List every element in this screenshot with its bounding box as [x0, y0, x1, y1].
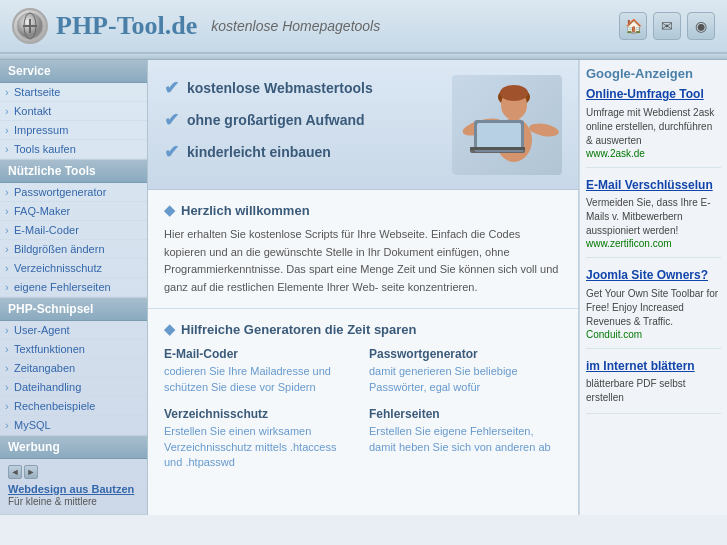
hero-item-text-2: ohne großartigen Aufwand: [187, 112, 365, 128]
checkmark-icon-1: ✔: [164, 77, 179, 99]
sidebar-section-werbung: Werbung ◄ ► Webdesign aus Bautzen Für kl…: [0, 436, 147, 515]
header: PHP-Tool.de kostenlose Homepagetools 🏠 ✉…: [0, 0, 727, 54]
ad-desc-2: Get Your Own Site Toolbar for Free! Enjo…: [586, 287, 721, 329]
sidebar-ad: ◄ ► Webdesign aus Bautzen Für kleine & m…: [0, 459, 147, 514]
arrow-right-btn[interactable]: ►: [24, 465, 38, 479]
generator-fehlerseiten: Fehlerseiten Erstellen Sie eigene Fehler…: [369, 407, 562, 470]
sidebar-ad-link[interactable]: Webdesign aus Bautzen: [8, 483, 139, 495]
sidebar-link-startseite[interactable]: Startseite: [0, 83, 147, 102]
generators-grid: E-Mail-Coder codieren Sie Ihre Mailadres…: [164, 347, 562, 470]
ad-url-0: www.2ask.de: [586, 148, 721, 159]
hero-section: ✔ kostenlose Webmastertools ✔ ohne großa…: [148, 60, 578, 190]
ad-desc-0: Umfrage mit Webdienst 2ask online erstel…: [586, 106, 721, 148]
ad-item-2: Joomla Site Owners? Get Your Own Site To…: [586, 268, 721, 349]
generator-desc-email-coder: codieren Sie Ihre Mailadresse und schütz…: [164, 364, 357, 395]
generator-title-verzeichnisschutz: Verzeichnisschutz: [164, 407, 357, 421]
sidebar: Service Startseite Kontakt Impressum Too…: [0, 60, 148, 515]
ad-url-2: Conduit.com: [586, 329, 721, 340]
sidebar-title-nuetzliche-tools: Nützliche Tools: [0, 160, 147, 183]
hero-item-3: ✔ kinderleicht einbauen: [164, 141, 436, 163]
sidebar-link-bildgroessen[interactable]: Bildgrößen ändern: [0, 240, 147, 259]
arrow-left-btn[interactable]: ◄: [8, 465, 22, 479]
welcome-text: Hier erhalten Sie kostenlose Scripts für…: [164, 226, 562, 296]
generator-desc-passwortgenerator: damit generieren Sie beliebige Passwörte…: [369, 364, 562, 395]
logo-text: PHP-Tool.de: [56, 11, 197, 41]
generator-desc-fehlerseiten: Erstellen Sie eigene Fehlerseiten, damit…: [369, 424, 562, 455]
sidebar-link-faq-maker[interactable]: FAQ-Maker: [0, 202, 147, 221]
hero-item-text-1: kostenlose Webmastertools: [187, 80, 373, 96]
checkmark-icon-2: ✔: [164, 109, 179, 131]
header-icons: 🏠 ✉ ◉: [619, 12, 715, 40]
diamond-icon: ◆: [164, 202, 175, 218]
sidebar-link-dateihandling[interactable]: Dateihandling: [0, 378, 147, 397]
sidebar-link-rechenbeispiele[interactable]: Rechenbeispiele: [0, 397, 147, 416]
sidebar-section-php-schnipsel: PHP-Schnipsel User-Agent Textfunktionen …: [0, 298, 147, 436]
sidebar-link-passwortgenerator[interactable]: Passwortgenerator: [0, 183, 147, 202]
ad-desc-3: blätterbare PDF selbst erstellen: [586, 377, 721, 405]
svg-point-7: [500, 85, 528, 101]
sidebar-link-user-agent[interactable]: User-Agent: [0, 321, 147, 340]
sidebar-ad-desc: Für kleine & mittlere: [8, 495, 139, 508]
generator-title-fehlerseiten: Fehlerseiten: [369, 407, 562, 421]
ad-item-3: im Internet blättern blätterbare PDF sel…: [586, 359, 721, 415]
google-ads-title: Google-Anzeigen: [586, 66, 721, 81]
diamond-icon-2: ◆: [164, 321, 175, 337]
sidebar-title-service: Service: [0, 60, 147, 83]
ad-title-3[interactable]: im Internet blättern: [586, 359, 721, 375]
ad-item-1: E-Mail Verschlüsselun Vermeiden Sie, das…: [586, 178, 721, 259]
sidebar-section-service: Service Startseite Kontakt Impressum Too…: [0, 60, 147, 160]
welcome-title: ◆ Herzlich willkommen: [164, 202, 562, 218]
ad-url-1: www.zertificon.com: [586, 238, 721, 249]
main-layout: Service Startseite Kontakt Impressum Too…: [0, 60, 727, 515]
generator-passwortgenerator: Passwortgenerator damit generieren Sie b…: [369, 347, 562, 395]
hero-text: ✔ kostenlose Webmastertools ✔ ohne großa…: [164, 77, 436, 173]
sidebar-link-email-coder[interactable]: E-Mail-Coder: [0, 221, 147, 240]
home-icon-btn[interactable]: 🏠: [619, 12, 647, 40]
generator-title-passwortgenerator: Passwortgenerator: [369, 347, 562, 361]
ad-item-0: Online-Umfrage Tool Umfrage mit Webdiens…: [586, 87, 721, 168]
ad-title-0[interactable]: Online-Umfrage Tool: [586, 87, 721, 103]
generators-section: ◆ Hilfreiche Generatoren die Zeit sparen…: [148, 309, 578, 482]
ad-title-2[interactable]: Joomla Site Owners?: [586, 268, 721, 284]
sidebar-link-textfunktionen[interactable]: Textfunktionen: [0, 340, 147, 359]
ad-title-1[interactable]: E-Mail Verschlüsselun: [586, 178, 721, 194]
tagline: kostenlose Homepagetools: [211, 18, 380, 34]
sidebar-link-verzeichnisschutz[interactable]: Verzeichnisschutz: [0, 259, 147, 278]
svg-rect-14: [470, 147, 525, 150]
welcome-section: ◆ Herzlich willkommen Hier erhalten Sie …: [148, 190, 578, 309]
sidebar-link-kontakt[interactable]: Kontakt: [0, 102, 147, 121]
ad-desc-1: Vermeiden Sie, dass Ihre E-Mails v. Mitb…: [586, 196, 721, 238]
ad-arrows: ◄ ►: [8, 465, 139, 479]
right-sidebar: Google-Anzeigen Online-Umfrage Tool Umfr…: [579, 60, 727, 515]
sidebar-link-mysql[interactable]: MySQL: [0, 416, 147, 435]
main-content: ✔ kostenlose Webmastertools ✔ ohne großa…: [148, 60, 579, 515]
sidebar-title-php-schnipsel: PHP-Schnipsel: [0, 298, 147, 321]
mail-icon-btn[interactable]: ✉: [653, 12, 681, 40]
sidebar-link-impressum[interactable]: Impressum: [0, 121, 147, 140]
rss-icon-btn[interactable]: ◉: [687, 12, 715, 40]
sidebar-link-zeitangaben[interactable]: Zeitangaben: [0, 359, 147, 378]
sidebar-link-tools-kaufen[interactable]: Tools kaufen: [0, 140, 147, 159]
logo-icon: [12, 8, 48, 44]
sidebar-link-fehlerseiten[interactable]: eigene Fehlerseiten: [0, 278, 147, 297]
sidebar-title-werbung: Werbung: [0, 436, 147, 459]
logo-area: PHP-Tool.de kostenlose Homepagetools: [12, 8, 380, 44]
svg-rect-13: [477, 123, 521, 149]
generator-email-coder: E-Mail-Coder codieren Sie Ihre Mailadres…: [164, 347, 357, 395]
hero-image: [452, 75, 562, 175]
generator-desc-verzeichnisschutz: Erstellen Sie einen wirksamen Verzeichni…: [164, 424, 357, 470]
hero-item-1: ✔ kostenlose Webmastertools: [164, 77, 436, 99]
hero-item-text-3: kinderleicht einbauen: [187, 144, 331, 160]
generator-verzeichnisschutz: Verzeichnisschutz Erstellen Sie einen wi…: [164, 407, 357, 470]
generators-title: ◆ Hilfreiche Generatoren die Zeit sparen: [164, 321, 562, 337]
generator-title-email-coder: E-Mail-Coder: [164, 347, 357, 361]
hero-item-2: ✔ ohne großartigen Aufwand: [164, 109, 436, 131]
checkmark-icon-3: ✔: [164, 141, 179, 163]
sidebar-section-nuetzliche-tools: Nützliche Tools Passwortgenerator FAQ-Ma…: [0, 160, 147, 298]
